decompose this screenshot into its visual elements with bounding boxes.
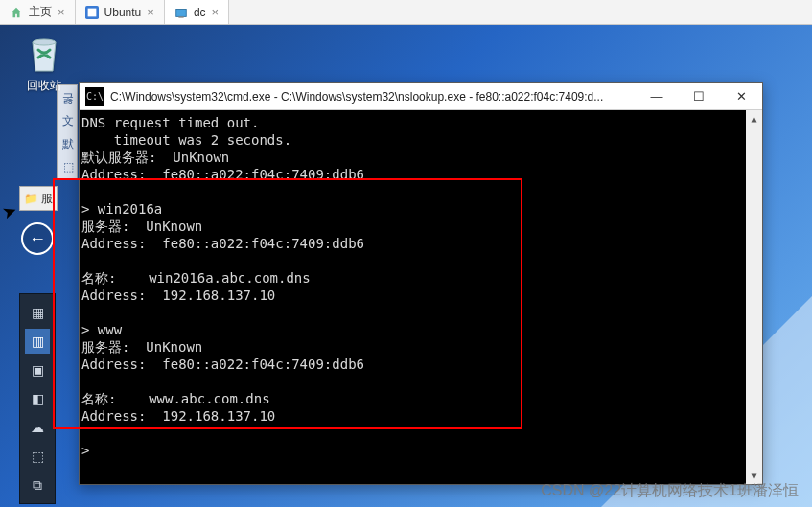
dock-item[interactable]: ⬚ — [25, 444, 50, 469]
side-dock: ▦ ▥ ▣ ◧ ☁ ⬚ ⧉ — [19, 293, 56, 504]
panel-header[interactable]: 📁 服 — [19, 186, 58, 211]
tab-dc[interactable]: dc × — [165, 0, 229, 24]
ubuntu-icon — [85, 6, 99, 19]
close-button[interactable]: ✕ — [720, 83, 762, 110]
dock-item[interactable]: ▥ — [25, 329, 50, 354]
svg-rect-3 — [178, 16, 183, 17]
tab-label: Ubuntu — [104, 6, 142, 19]
home-icon — [10, 6, 23, 19]
dock-item[interactable]: ☁ — [25, 415, 50, 440]
terminal-output: DNS request timed out. timeout was 2 sec… — [81, 114, 760, 459]
scroll-up-icon[interactable]: ▲ — [746, 110, 762, 127]
close-icon[interactable]: × — [212, 5, 220, 19]
desktop-area: 回收站 굻 文 默 ⬚ 📁 服 ← ➤ ▦ ▥ ▣ ◧ ☁ ⬚ ⧉ C:\ C:… — [0, 25, 812, 507]
tool-item[interactable]: 默 — [59, 135, 77, 152]
minimize-button[interactable]: — — [636, 83, 678, 110]
vm-tab-strip: 主页 × Ubuntu × dc × — [0, 0, 812, 25]
cmd-icon: C:\ — [85, 87, 104, 106]
tab-label: 主页 — [29, 4, 52, 20]
tool-item[interactable]: 굻 — [59, 89, 77, 106]
watermark-text: CSDN @22计算机网络技术1班潘泽恒 — [541, 481, 799, 501]
tab-ubuntu[interactable]: Ubuntu × — [76, 0, 165, 24]
window-title: C:\Windows\system32\cmd.exe - C:\Windows… — [110, 90, 636, 104]
scrollbar[interactable]: ▲ ▼ — [746, 110, 762, 484]
close-icon[interactable]: × — [147, 5, 154, 19]
dock-item[interactable]: ▦ — [25, 300, 50, 325]
dock-item[interactable]: ▣ — [25, 357, 50, 382]
floating-toolbar: 굻 文 默 ⬚ — [57, 84, 78, 180]
cursor-icon: ➤ — [0, 199, 19, 224]
tool-item[interactable]: 文 — [59, 112, 77, 129]
svg-point-4 — [33, 39, 56, 45]
close-icon[interactable]: × — [58, 5, 65, 19]
titlebar[interactable]: C:\ C:\Windows\system32\cmd.exe - C:\Win… — [80, 83, 762, 110]
svg-rect-2 — [176, 9, 187, 16]
dock-item[interactable]: ◧ — [25, 386, 50, 411]
tab-label: dc — [194, 6, 206, 19]
windows-icon — [174, 6, 188, 19]
svg-rect-1 — [87, 8, 96, 16]
maximize-button[interactable]: ☐ — [678, 83, 720, 110]
dock-item[interactable]: ⧉ — [25, 472, 50, 497]
tool-item[interactable]: ⬚ — [59, 158, 77, 175]
cmd-window: C:\ C:\Windows\system32\cmd.exe - C:\Win… — [79, 82, 763, 485]
terminal-body[interactable]: DNS request timed out. timeout was 2 sec… — [80, 110, 762, 484]
recycle-bin-icon — [25, 64, 63, 78]
window-controls: — ☐ ✕ — [636, 83, 762, 110]
tab-home[interactable]: 主页 × — [0, 0, 76, 24]
back-button[interactable]: ← — [21, 222, 54, 255]
